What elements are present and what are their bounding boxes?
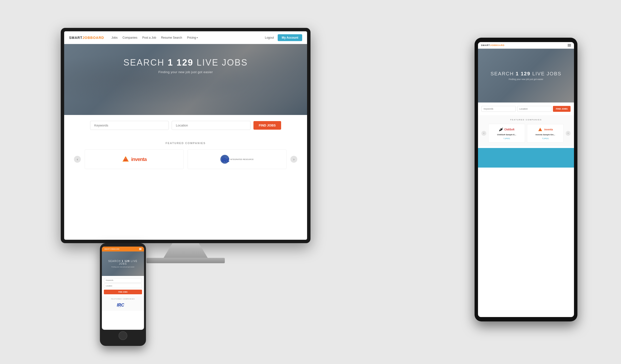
tablet-hero-title: SEARCH 1 129 LIVE JOBS <box>490 71 562 77</box>
nav-jobs[interactable]: Jobs <box>111 36 118 39</box>
tablet-menu-icon[interactable] <box>568 44 571 47</box>
tablet-brand: SMARTJOBBOARD <box>481 44 505 47</box>
brand-smart-text: SMART <box>69 36 83 40</box>
phone-company-logo: IRC <box>104 302 142 309</box>
tablet-carousel-next[interactable]: › <box>566 131 570 136</box>
pricing-chevron-down-icon: ▾ <box>197 36 198 39</box>
phone-brand-smart: SMART <box>104 248 110 250</box>
phone-hero: SEARCH 1 129 LIVE JOBS Finding your new … <box>102 252 144 276</box>
carousel-next-button[interactable]: › <box>291 156 297 163</box>
monitor-screen: SMARTJOBBOARD Jobs Companies Post a Job … <box>64 31 307 240</box>
nav-links: Jobs Companies Post a Job Resume Search … <box>111 36 265 39</box>
tablet-featured-title: FEATURED COMPANIES <box>482 119 570 121</box>
menu-bar-2 <box>568 45 571 46</box>
company-card-irc[interactable]: IRC INTEGRATED RESOURCE <box>188 149 287 169</box>
phone-irc-logo: IRC <box>117 302 129 309</box>
tablet-chilisoft-jobs: 1 job(s) <box>503 137 510 140</box>
tablet-search: FIND JOBS <box>478 102 574 115</box>
hero-subtitle: Finding your new job just got easier <box>123 70 248 74</box>
tablet-location-input[interactable] <box>517 106 552 112</box>
inventa-logo: inventa <box>122 155 146 163</box>
irc-icon-circle: IRC <box>220 155 229 164</box>
tablet-companies-row: ‹ 🌶 ChiliSoft ChiliSoft Sample E... 1 jo… <box>482 124 570 142</box>
svg-text:IRC: IRC <box>117 303 124 307</box>
brand-jobboard-text: JOBBOARD <box>83 36 104 40</box>
tablet-blue-section <box>478 148 574 168</box>
chili-text: ChiliSoft <box>504 128 514 131</box>
tablet-company-card-inventa[interactable]: inventa Inventa Sample Em... 2 job(s) <box>527 124 564 142</box>
tablet-inventa-icon <box>538 127 543 132</box>
desktop-monitor: SMARTJOBBOARD Jobs Companies Post a Job … <box>61 28 310 321</box>
find-jobs-button[interactable]: FIND JOBS <box>253 121 281 130</box>
featured-section: FEATURED COMPANIES ‹ <box>64 136 307 175</box>
phone-device: SMARTJOBBOARD SEARCH 1 129 LIVE JOBS Fin… <box>100 243 146 346</box>
carousel-prev-button[interactable]: ‹ <box>74 156 81 163</box>
tablet-find-jobs-button[interactable]: FIND JOBS <box>553 106 570 112</box>
hero-content: SEARCH 1 129 LIVE JOBS Finding your new … <box>123 58 248 74</box>
phone-screen: SMARTJOBBOARD SEARCH 1 129 LIVE JOBS Fin… <box>102 247 144 330</box>
irc-logo: IRC INTEGRATED RESOURCE <box>220 155 254 164</box>
tablet-carousel-prev[interactable]: ‹ <box>482 131 486 136</box>
tablet-brand-smart: SMART <box>481 44 490 47</box>
tablet-topbar: SMARTJOBBOARD <box>478 42 574 49</box>
search-bar-wrapper: FIND JOBS <box>64 115 307 136</box>
chili-icon: 🌶 <box>499 127 503 132</box>
inventa-icon <box>122 155 130 163</box>
company-card-inventa[interactable]: inventa <box>85 149 184 169</box>
tablet-brand-jobboard: JOBBOARD <box>490 44 505 47</box>
nav-pricing[interactable]: Pricing ▾ <box>187 36 198 39</box>
phone-hero-title: SEARCH 1 129 LIVE JOBS <box>104 260 141 265</box>
tablet-device: SMARTJOBBOARD SEARCH 1 129 LIVE JOBS Fin… <box>475 38 577 321</box>
brand-logo: SMARTJOBBOARD <box>69 36 104 40</box>
irc-text: INTEGRATED RESOURCE <box>230 158 254 160</box>
inventa-text: inventa <box>131 157 146 162</box>
hero-pre-title: SEARCH <box>123 58 165 67</box>
companies-row: ‹ inventa <box>74 149 297 169</box>
menu-bar-3 <box>568 46 571 47</box>
tablet-inventa-text: inventa <box>544 128 553 131</box>
phone-menu-icon[interactable] <box>139 248 141 250</box>
tablet-chilisoft-name: ChiliSoft Sample E... <box>497 134 516 136</box>
tablet-inventa-name: Inventa Sample Em... <box>535 134 555 136</box>
nav-right: Logout My Account <box>265 34 302 41</box>
phone-featured-title: FEATURED COMPANIES <box>104 298 142 300</box>
tablet-hero: SEARCH 1 129 LIVE JOBS Finding your new … <box>478 49 574 102</box>
phone-location-input[interactable] <box>104 284 142 288</box>
phone-keywords-input[interactable] <box>104 278 142 283</box>
hero-silhouette <box>64 44 307 115</box>
phone-home-button[interactable] <box>119 331 127 340</box>
logout-link[interactable]: Logout <box>265 36 274 39</box>
keywords-input[interactable] <box>90 121 169 130</box>
tablet-inventa-logo: inventa <box>538 127 553 132</box>
tablet-company-card-chilisoft[interactable]: 🌶 ChiliSoft ChiliSoft Sample E... 1 job(… <box>488 124 525 142</box>
phone-menu-bar-2 <box>139 249 141 249</box>
tablet-keywords-input[interactable] <box>482 106 516 112</box>
tablet-screen: SMARTJOBBOARD SEARCH 1 129 LIVE JOBS Fin… <box>478 42 574 317</box>
phone-nav: SMARTJOBBOARD <box>102 247 144 252</box>
tablet-featured: FEATURED COMPANIES ‹ 🌶 ChiliSoft ChiliSo… <box>478 115 574 146</box>
monitor-stand <box>164 243 208 258</box>
tablet-hero-subtitle: Finding your new job just got easier <box>509 78 543 80</box>
tablet-arrow-right-icon: › <box>568 132 568 135</box>
phone-brand: SMARTJOBBOARD <box>104 248 120 250</box>
arrow-left-icon: ‹ <box>77 157 78 161</box>
location-input[interactable] <box>172 121 250 130</box>
nav-resume-search[interactable]: Resume Search <box>161 36 182 39</box>
hero-title: SEARCH 1 129 LIVE JOBS <box>123 58 248 68</box>
featured-title: FEATURED COMPANIES <box>74 142 297 144</box>
phone-search: FIND JOBS <box>102 276 144 296</box>
monitor-frame: SMARTJOBBOARD Jobs Companies Post a Job … <box>61 28 310 243</box>
tablet-arrow-left-icon: ‹ <box>483 132 484 135</box>
hero-section: SEARCH 1 129 LIVE JOBS Finding your new … <box>64 44 307 115</box>
hero-post-title: LIVE JOBS <box>197 58 248 67</box>
scene: SMARTJOBBOARD Jobs Companies Post a Job … <box>41 23 580 341</box>
nav-companies[interactable]: Companies <box>122 36 137 39</box>
phone-find-jobs-button[interactable]: FIND JOBS <box>104 290 142 294</box>
hero-count: 1 129 <box>168 58 193 67</box>
my-account-button[interactable]: My Account <box>278 34 302 41</box>
menu-bar-1 <box>568 44 571 45</box>
nav-post-a-job[interactable]: Post a Job <box>142 36 156 39</box>
phone-menu-bar-1 <box>139 248 141 249</box>
arrow-right-icon: › <box>293 157 294 161</box>
tablet-inventa-jobs: 2 job(s) <box>542 137 549 140</box>
